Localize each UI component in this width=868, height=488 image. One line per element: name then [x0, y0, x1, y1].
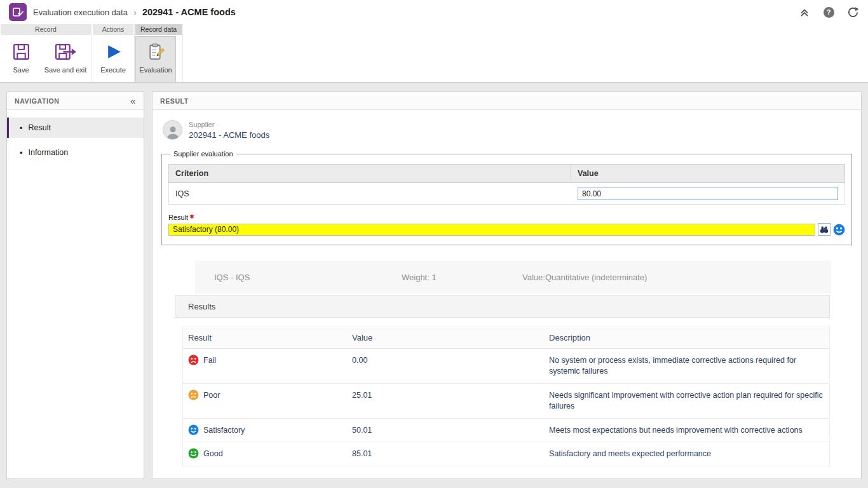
navigation-panel-header: NAVIGATION «: [7, 92, 144, 110]
execute-button[interactable]: Execute: [93, 37, 133, 82]
result-value: 25.01: [347, 384, 544, 418]
nav-item-information-label: Information: [29, 148, 69, 157]
poor-face-icon: [188, 390, 199, 400]
criterion-info-weight: Weight: 1: [402, 273, 522, 282]
evaluation-button-label: Evaluation: [139, 66, 172, 74]
result-satisfactory-smiley-icon: [833, 224, 845, 236]
criterion-info-name: IQS - IQS: [214, 273, 402, 282]
table-row: Fail 0.00 No system or process exists, i…: [183, 349, 829, 384]
criterion-name: IQS: [169, 183, 571, 204]
workspace: NAVIGATION « • Result • Information RESU…: [0, 83, 868, 488]
supplier-info: Supplier 202941 - ACME foods: [189, 121, 269, 140]
result-value: 85.01: [347, 442, 544, 466]
lookup-button[interactable]: [818, 223, 831, 236]
breadcrumb-app-link[interactable]: Evaluation execution data: [33, 8, 128, 17]
ribbon-group-record: Record Save: [0, 24, 92, 82]
app-logo-icon[interactable]: [9, 3, 27, 21]
value-column-header: Value: [571, 165, 844, 182]
save-and-exit-icon: [55, 40, 77, 63]
result-cell: Good: [183, 442, 347, 466]
breadcrumb-record-title: 202941 - ACME foods: [142, 7, 236, 17]
nav-item-result-label: Result: [29, 123, 51, 132]
result-panel-title: RESULT: [160, 97, 189, 105]
result-panel-content: Supplier 202941 - ACME foods Supplier ev…: [153, 110, 861, 478]
satisfactory-face-icon: [188, 424, 199, 435]
result-name: Fail: [203, 355, 216, 366]
result-name: Poor: [203, 390, 220, 401]
result-name: Good: [203, 449, 223, 459]
supplier-label: Supplier: [189, 121, 269, 128]
save-floppy-icon: [12, 40, 31, 63]
results-section-title: Results: [188, 302, 215, 311]
criterion-value-input[interactable]: [578, 187, 838, 200]
result-description: No system or process exists, immediate c…: [544, 349, 829, 383]
navigation-panel: NAVIGATION « • Result • Information: [6, 92, 144, 479]
results-table-header-row: Result Value Description: [183, 327, 829, 349]
refresh-icon[interactable]: [846, 6, 859, 18]
result-description: Needs significant improvement with corre…: [544, 384, 829, 418]
save-button[interactable]: Save: [1, 37, 41, 82]
collapse-panel-icon[interactable]: «: [130, 95, 136, 106]
result-panel-header: RESULT: [153, 92, 861, 110]
execute-button-label: Execute: [100, 66, 126, 74]
results-header-value: Value: [347, 327, 544, 348]
criterion-column-header: Criterion: [169, 165, 571, 182]
fail-face-icon: [188, 355, 199, 365]
save-button-label: Save: [13, 66, 29, 74]
evaluation-clipboard-icon: [147, 40, 165, 63]
result-cell: Satisfactory: [183, 419, 347, 442]
result-value: 50.01: [347, 419, 544, 442]
navigation-title: NAVIGATION: [15, 97, 59, 105]
collapse-ribbon-icon[interactable]: [798, 6, 811, 18]
ribbon-group-actions: Actions Execute: [92, 24, 135, 82]
criterion-info-value-type: Value:Quantitative (indeterminate): [522, 273, 831, 282]
result-cell: Poor: [183, 384, 347, 418]
ribbon-group-actions-label: Actions: [93, 24, 133, 35]
supplier-evaluation-fieldset: Supplier evaluation Criterion Value IQS …: [161, 150, 852, 245]
ribbon-toolbar: Record Save: [0, 24, 868, 83]
result-panel: RESULT Supplier 202941 - ACME foods Supp…: [152, 92, 862, 479]
result-name: Satisfactory: [203, 425, 245, 436]
table-row: Satisfactory 50.01 Meets most expectatio…: [183, 419, 829, 443]
supplier-evaluation-legend: Supplier evaluation: [170, 150, 236, 158]
top-bar: Evaluation execution data › 202941 - ACM…: [0, 0, 868, 24]
save-and-exit-button[interactable]: Save and exit: [41, 37, 90, 82]
navigation-list: • Result • Information: [7, 110, 144, 175]
result-cell: Fail: [183, 349, 347, 383]
table-row: Good 85.01 Satisfactory and meets expect…: [183, 442, 829, 466]
required-marker-icon: ✱: [189, 214, 194, 220]
ribbon-group-record-label: Record: [1, 24, 91, 35]
lookup-binoculars-icon: [820, 225, 829, 234]
result-description: Meets most expectations but needs improv…: [544, 419, 829, 442]
nav-item-information[interactable]: • Information: [7, 142, 144, 163]
results-header-result: Result: [183, 327, 347, 348]
results-table: Result Value Description Fail 0.00 N: [182, 327, 830, 466]
save-and-exit-button-label: Save and exit: [44, 66, 87, 74]
result-description: Satisfactory and meets expected performa…: [544, 442, 829, 466]
good-face-icon: [188, 448, 199, 459]
result-field-label-row: Result✱: [168, 214, 845, 221]
bullet-icon: •: [20, 148, 23, 158]
result-value-input[interactable]: [168, 224, 815, 236]
help-icon[interactable]: ?: [822, 6, 835, 18]
result-field-label: Result: [168, 214, 188, 221]
results-header-description: Description: [544, 327, 829, 348]
execute-play-icon: [104, 40, 123, 63]
bullet-icon: •: [20, 123, 23, 133]
supplier-row: Supplier 202941 - ACME foods: [163, 120, 852, 140]
table-row: Poor 25.01 Needs significant improvement…: [183, 384, 829, 419]
result-field-row: [168, 223, 845, 236]
criterion-info-strip: IQS - IQS Weight: 1 Value:Quantitative (…: [195, 261, 831, 294]
ribbon-group-record-data: Record data Evaluation: [135, 24, 183, 82]
topbar-icons: ?: [798, 6, 859, 18]
breadcrumb-separator: ›: [133, 7, 137, 18]
evaluation-button[interactable]: Evaluation: [136, 37, 175, 82]
criteria-table-header: Criterion Value: [168, 164, 845, 183]
result-value: 0.00: [347, 349, 544, 383]
nav-item-result[interactable]: • Result: [7, 118, 144, 138]
supplier-value: 202941 - ACME foods: [189, 130, 269, 140]
criterion-value-cell: [571, 183, 844, 204]
results-section-header[interactable]: Results: [175, 295, 830, 318]
breadcrumb: Evaluation execution data › 202941 - ACM…: [33, 7, 236, 18]
supplier-avatar: [163, 120, 182, 140]
